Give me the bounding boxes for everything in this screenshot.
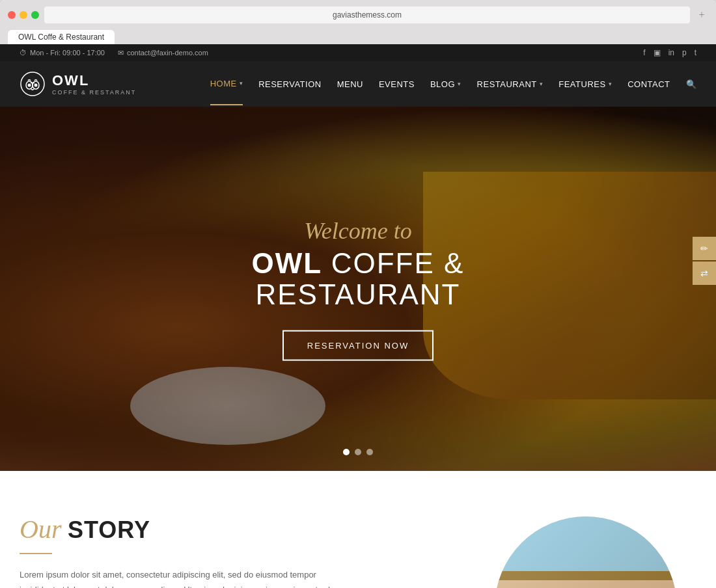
- cafe-background: [495, 516, 677, 588]
- story-heading-bold: STORY: [68, 516, 150, 543]
- minimize-button[interactable]: [20, 11, 27, 19]
- nav-menu-label: MENU: [337, 79, 363, 89]
- hero-carousel-dots: [343, 449, 373, 455]
- nav-features-label: FEATURES: [558, 79, 605, 89]
- carousel-dot-2[interactable]: [355, 449, 361, 455]
- story-cafe-image: [495, 516, 677, 588]
- svg-point-4: [34, 84, 38, 87]
- close-button[interactable]: [8, 11, 16, 19]
- home-dropdown-arrow: ▾: [240, 80, 243, 87]
- nav-search-button[interactable]: 🔍: [686, 64, 697, 105]
- story-image-area: [475, 516, 696, 588]
- nav-item-events[interactable]: EVENTS: [379, 64, 415, 105]
- linkedin-icon[interactable]: in: [668, 48, 674, 57]
- nav-events-label: EVENTS: [379, 79, 415, 89]
- nav-item-reservation[interactable]: RESERVATION: [258, 64, 322, 105]
- instagram-icon[interactable]: ▣: [654, 48, 661, 57]
- facebook-icon[interactable]: f: [643, 48, 645, 57]
- edit-icon[interactable]: ✏: [693, 237, 716, 260]
- nav-blog-label: BLOG: [430, 79, 455, 89]
- nav-item-blog[interactable]: BLOG ▾: [430, 64, 461, 105]
- story-body-text: Lorem ipsum dolor sit amet, consectetur …: [20, 567, 345, 588]
- nav-item-menu[interactable]: MENU: [337, 64, 363, 105]
- nav-item-home[interactable]: HOME ▾: [210, 63, 243, 105]
- address-text: gaviasthemess.com: [333, 10, 402, 20]
- nav-restaurant-label: RESTAURANT: [477, 79, 537, 89]
- hero-title: OWL COFFE & RESTAURANT: [179, 248, 537, 311]
- our-story-section: Our STORY Lorem ipsum dolor sit amet, co…: [0, 471, 716, 588]
- address-bar[interactable]: gaviasthemess.com: [44, 7, 690, 23]
- hero-welcome-text: Welcome to: [179, 217, 537, 245]
- restaurant-dropdown-arrow: ▾: [540, 81, 544, 87]
- story-divider: [20, 553, 52, 554]
- hero-content: Welcome to OWL COFFE & RESTAURANT RESERV…: [179, 217, 537, 361]
- share-icon[interactable]: ⇄: [693, 261, 716, 285]
- owl-logo-icon: [20, 71, 46, 97]
- reservation-now-button[interactable]: RESERVATION NOW: [282, 330, 434, 360]
- nav-contact-label: CONTACT: [627, 79, 670, 89]
- clock-icon: ⏱: [20, 49, 27, 57]
- pinterest-icon[interactable]: p: [682, 48, 687, 57]
- svg-point-3: [28, 84, 31, 87]
- hero-section: Welcome to OWL COFFE & RESTAURANT RESERV…: [0, 107, 716, 471]
- story-content: Our STORY Lorem ipsum dolor sit amet, co…: [20, 516, 345, 588]
- nav-item-features[interactable]: FEATURES ▾: [558, 64, 612, 105]
- hours-info: ⏱ Mon - Fri: 09:00 - 17:00: [20, 49, 105, 57]
- logo-tagline: COFFE & RESTARANT: [52, 89, 136, 96]
- website-content: ⏱ Mon - Fri: 09:00 - 17:00 ✉ contact@fax…: [0, 44, 716, 588]
- nav-menu: HOME ▾ RESERVATION MENU EVENTS BLOG ▾ RE: [210, 63, 696, 105]
- nav-item-restaurant[interactable]: RESTAURANT ▾: [477, 64, 544, 105]
- browser-tab[interactable]: OWL Coffe & Restaurant: [8, 30, 115, 44]
- browser-chrome: gaviasthemess.com + OWL Coffe & Restaura…: [0, 0, 716, 44]
- carousel-dot-3[interactable]: [366, 449, 373, 455]
- blog-dropdown-arrow: ▾: [458, 81, 461, 87]
- browser-window: gaviasthemess.com + OWL Coffe & Restaura…: [0, 0, 716, 588]
- email-icon: ✉: [118, 49, 124, 57]
- social-links: f ▣ in p t: [643, 48, 696, 57]
- nav-home-label: HOME: [210, 79, 237, 88]
- hours-text: Mon - Fri: 09:00 - 17:00: [30, 49, 105, 57]
- carousel-dot-1[interactable]: [343, 449, 350, 455]
- nav-item-contact[interactable]: CONTACT: [627, 64, 670, 105]
- logo-text: OWL COFFE & RESTARANT: [52, 72, 136, 96]
- traffic-lights: [8, 11, 39, 19]
- logo-name: OWL: [52, 72, 136, 89]
- story-heading: Our STORY: [20, 516, 345, 542]
- email-text: contact@faxin-demo.com: [127, 49, 208, 57]
- features-dropdown-arrow: ▾: [609, 81, 613, 87]
- navbar: OWL COFFE & RESTARANT HOME ▾ RESERVATION…: [0, 61, 716, 107]
- fullscreen-button[interactable]: [31, 11, 39, 19]
- new-tab-button[interactable]: +: [695, 8, 708, 21]
- email-info: ✉ contact@faxin-demo.com: [118, 49, 208, 57]
- top-info-bar: ⏱ Mon - Fri: 09:00 - 17:00 ✉ contact@fax…: [0, 44, 716, 61]
- hero-side-actions: ✏ ⇄: [693, 237, 716, 285]
- twitter-icon[interactable]: t: [695, 48, 696, 57]
- hero-title-brand: OWL: [252, 247, 322, 279]
- nav-reservation-label: RESERVATION: [258, 79, 322, 89]
- search-icon: 🔍: [686, 79, 697, 89]
- logo[interactable]: OWL COFFE & RESTARANT: [20, 71, 136, 97]
- story-heading-script: Our: [20, 514, 61, 544]
- top-info-left: ⏱ Mon - Fri: 09:00 - 17:00 ✉ contact@fax…: [20, 49, 208, 57]
